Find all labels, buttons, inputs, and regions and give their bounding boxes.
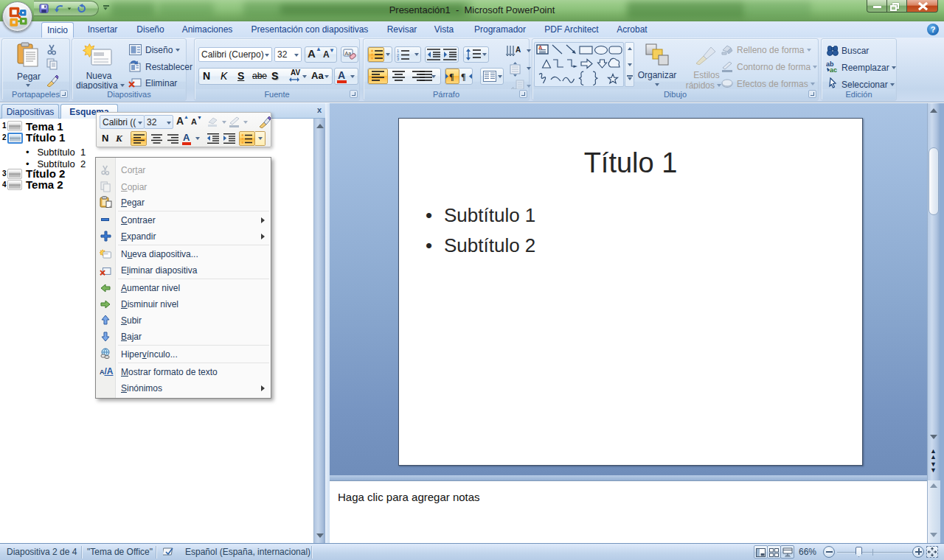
svg-text:3: 3	[397, 57, 399, 60]
svg-text:¶: ¶	[461, 71, 465, 82]
svg-text:ac: ac	[830, 66, 837, 73]
svg-text:¶: ¶	[449, 71, 454, 82]
svg-text:Aa: Aa	[345, 51, 352, 56]
svg-text:A: A	[516, 46, 521, 54]
svg-text:A: A	[538, 44, 543, 51]
